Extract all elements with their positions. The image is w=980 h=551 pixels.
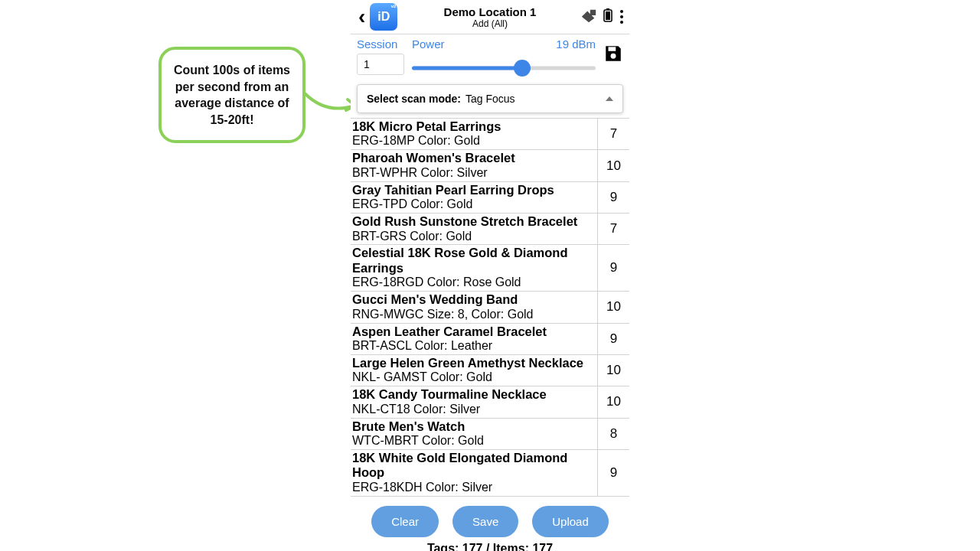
header: ‹ iD Demo Location 1 Add (All) (351, 0, 629, 32)
save-settings-button[interactable] (603, 44, 623, 67)
app-logo: iD (370, 3, 397, 31)
upload-button[interactable]: Upload (532, 506, 609, 537)
list-item[interactable]: Gold Rush Sunstone Stretch BraceletBRT-G… (351, 214, 629, 245)
session-power-row: Session Power 19 dBm (351, 34, 629, 84)
item-count: 9 (597, 245, 629, 291)
back-button[interactable]: ‹ (355, 5, 368, 29)
item-name: 18K White Gold Elongated Diamond Hoop (352, 451, 596, 481)
list-item[interactable]: Pharoah Women's BraceletBRT-WPHR Color: … (351, 150, 629, 181)
item-detail: WTC-MBRT Color: Gold (352, 434, 596, 448)
marketing-callout: Count 100s of items per second from an a… (158, 47, 305, 143)
list-item[interactable]: Gucci Men's Wedding BandRNG-MWGC Size: 8… (351, 292, 629, 323)
list-item[interactable]: 18K Micro Petal EarringsERG-18MP Color: … (351, 119, 629, 150)
session-label: Session (357, 37, 404, 51)
save-button[interactable]: Save (452, 506, 518, 537)
item-name: Brute Men's Watch (352, 419, 596, 434)
item-count: 10 (597, 150, 629, 181)
more-menu-icon[interactable] (619, 8, 625, 25)
clear-button[interactable]: Clear (371, 506, 439, 537)
item-name: Gold Rush Sunstone Stretch Bracelet (352, 214, 596, 229)
list-item[interactable]: Celestial 18K Rose Gold & Diamond Earrin… (351, 245, 629, 292)
scan-mode-value: Tag Focus (466, 93, 515, 105)
item-detail: ERG-18RGD Color: Rose Gold (352, 276, 596, 290)
power-slider[interactable] (412, 57, 596, 80)
item-count: 8 (597, 419, 629, 449)
list-item[interactable]: Gray Tahitian Pearl Earring DropsERG-TPD… (351, 182, 629, 214)
list-item[interactable]: Large Helen Green Amethyst NecklaceNKL- … (351, 355, 629, 386)
item-detail: ERG-18MP Color: Gold (352, 134, 596, 148)
item-name: Celestial 18K Rose Gold & Diamond Earrin… (352, 246, 596, 276)
item-name: 18K Micro Petal Earrings (352, 119, 596, 134)
app-screen: ‹ iD Demo Location 1 Add (All) Session P… (351, 0, 629, 551)
scan-mode-label: Select scan mode: (367, 93, 461, 105)
scan-mode-dropdown[interactable]: Select scan mode: Tag Focus (357, 84, 623, 113)
slider-thumb[interactable] (514, 60, 531, 77)
item-count: 9 (597, 450, 629, 496)
power-col: Power 19 dBm (412, 37, 596, 80)
footer-buttons: Clear Save Upload (351, 497, 629, 542)
list-item[interactable]: Aspen Leather Caramel BraceletBRT-ASCL C… (351, 324, 629, 355)
svg-rect-3 (609, 47, 616, 51)
svg-rect-2 (606, 11, 610, 20)
item-count: 9 (597, 324, 629, 354)
item-count: 7 (597, 119, 629, 149)
summary-text: Tags: 177 / Items: 177 (351, 542, 629, 551)
item-detail: BRT-ASCL Color: Leather (352, 339, 596, 354)
power-label: Power (412, 37, 445, 51)
item-list: 18K Micro Petal EarringsERG-18MP Color: … (351, 118, 629, 497)
list-item[interactable]: Brute Men's WatchWTC-MBRT Color: Gold8 (351, 419, 629, 450)
power-value: 19 dBm (556, 37, 596, 51)
item-detail: NKL-CT18 Color: Silver (352, 403, 596, 417)
scanner-icon[interactable] (580, 8, 597, 26)
item-detail: BRT-WPHR Color: Silver (352, 166, 596, 181)
session-col: Session (357, 37, 404, 75)
header-title-wrap: Demo Location 1 Add (All) (444, 5, 537, 29)
session-input[interactable] (357, 54, 404, 75)
item-name: Aspen Leather Caramel Bracelet (352, 324, 596, 339)
svg-point-4 (611, 54, 616, 59)
list-item[interactable]: 18K Candy Tourmaline NecklaceNKL-CT18 Co… (351, 386, 629, 418)
callout-text: Count 100s of items per second from an a… (174, 64, 290, 126)
page-subtitle: Add (All) (444, 18, 537, 29)
battery-icon (603, 8, 612, 25)
item-detail: ERG-18KDH Color: Silver (352, 481, 596, 495)
item-count: 7 (597, 214, 629, 244)
item-detail: NKL- GAMST Color: Gold (352, 370, 596, 385)
item-detail: BRT-GRS Color: Gold (352, 230, 596, 244)
item-count: 10 (597, 386, 629, 417)
item-count: 10 (597, 292, 629, 322)
item-name: Pharoah Women's Bracelet (352, 151, 596, 165)
item-name: Gray Tahitian Pearl Earring Drops (352, 183, 596, 197)
item-name: 18K Candy Tourmaline Necklace (352, 387, 596, 402)
item-count: 10 (597, 355, 629, 386)
page-title: Demo Location 1 (444, 5, 537, 18)
item-name: Large Helen Green Amethyst Necklace (352, 356, 596, 370)
item-detail: RNG-MWGC Size: 8, Color: Gold (352, 308, 596, 322)
item-count: 9 (597, 182, 629, 213)
item-name: Gucci Men's Wedding Band (352, 292, 596, 307)
chevron-up-icon (606, 96, 613, 101)
list-item[interactable]: 18K White Gold Elongated Diamond HoopERG… (351, 450, 629, 497)
item-detail: ERG-TPD Color: Gold (352, 197, 596, 212)
logo-text: iD (377, 10, 390, 24)
